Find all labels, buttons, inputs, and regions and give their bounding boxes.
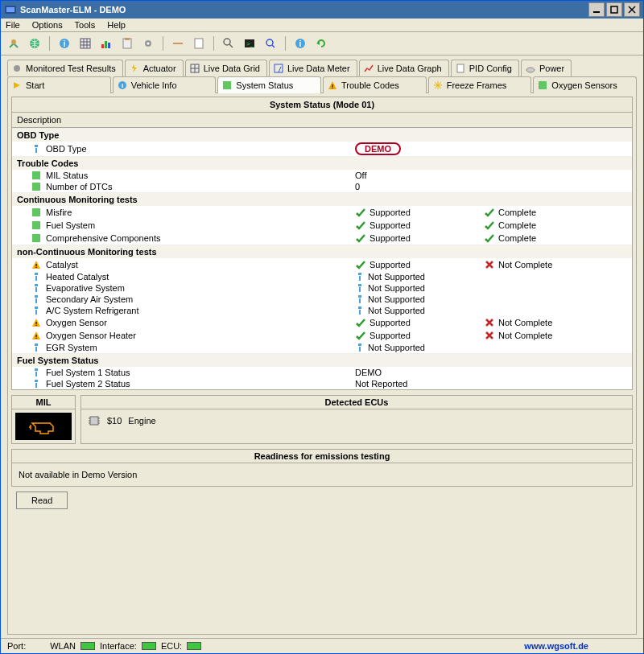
statusbar: Port: WLAN Interface: ECU: www.wgsoft.de [1, 638, 643, 653]
row-complete: Complete [498, 233, 536, 243]
green-icon [31, 182, 41, 191]
row-complete: Complete [498, 208, 536, 217]
svg-rect-55 [32, 171, 40, 179]
svg-rect-3 [611, 6, 617, 13]
svg-rect-74 [358, 295, 361, 298]
tab-monitored-test-results[interactable]: Monitored Test Results [7, 60, 123, 76]
check-icon [484, 220, 495, 231]
tab-system-status[interactable]: System Status [217, 76, 321, 93]
tab-label: Power [539, 64, 564, 73]
table-row: OBD TypeDEMO [12, 142, 632, 156]
info-icon[interactable]: i [56, 35, 72, 51]
svg-rect-72 [35, 295, 38, 298]
row-description: OBD Type [46, 144, 87, 154]
svg-rect-22 [173, 43, 183, 44]
svg-point-28 [266, 39, 273, 46]
tab-actuator[interactable]: Actuator [125, 60, 184, 76]
system-status-panel: System Status (Mode 01) Description OBD … [11, 97, 633, 390]
magnifier-icon[interactable] [262, 35, 279, 51]
svg-rect-79 [359, 310, 361, 315]
table-row: EGR SystemNot Supported [12, 342, 632, 353]
svg-rect-16 [105, 41, 107, 48]
grid-icon [189, 63, 200, 74]
tab-label: Vehicle Info [131, 80, 177, 90]
tab-live-data-meter[interactable]: Live Data Meter [269, 60, 357, 76]
clipboard-icon[interactable] [119, 35, 135, 51]
warn-icon: ! [31, 260, 41, 269]
close-button[interactable] [624, 2, 640, 17]
row-value: 0 [355, 182, 360, 191]
info-icon [31, 306, 41, 315]
svg-rect-67 [359, 276, 361, 281]
sensor-icon [537, 80, 548, 91]
tabs-row-1: Monitored Test Results Actuator Live Dat… [1, 56, 643, 76]
maximize-button[interactable] [606, 2, 622, 17]
tab-pid-config[interactable]: PID Config [451, 60, 519, 76]
status-icon [221, 80, 233, 91]
svg-rect-76 [35, 306, 38, 309]
menu-help[interactable]: Help [107, 20, 126, 30]
svg-rect-68 [35, 284, 38, 286]
bottom-row: MIL Detected ECUs $10 Engine [11, 395, 633, 444]
read-button[interactable]: Read [16, 492, 68, 509]
check-icon [355, 232, 366, 244]
app-icon [4, 3, 17, 16]
ecu-title: Detected ECUs [81, 396, 632, 409]
tab-label: Live Data Grid [204, 64, 260, 73]
table-row: !Oxygen SensorSupportedNot Complete [12, 316, 632, 329]
tab-power[interactable]: Power [521, 60, 572, 76]
globe-icon[interactable] [27, 35, 43, 51]
svg-rect-54 [35, 148, 37, 153]
chart-icon[interactable] [98, 35, 114, 51]
gear-icon[interactable] [140, 35, 156, 51]
row-supported: Supported [369, 233, 411, 243]
tab-start[interactable]: Start [7, 76, 111, 93]
search-icon[interactable] [221, 35, 237, 51]
website-link[interactable]: www.wgsoft.de [524, 641, 588, 651]
minimize-button[interactable] [588, 2, 605, 17]
info-icon [31, 368, 41, 377]
ecu-name: Engine [128, 416, 155, 426]
menu-file[interactable]: File [6, 20, 20, 30]
svg-rect-95 [35, 383, 37, 388]
svg-rect-92 [35, 368, 38, 371]
svg-rect-40 [457, 64, 464, 72]
row-supported: Supported [369, 318, 411, 327]
menu-options[interactable]: Options [32, 20, 63, 30]
terminal-icon[interactable]: >_ [242, 35, 258, 51]
svg-rect-89 [35, 347, 37, 352]
row-value: Off [355, 171, 366, 180]
row-supported: Not Supported [368, 283, 425, 293]
tab-live-data-grid[interactable]: Live Data Grid [185, 60, 267, 76]
about-icon[interactable]: i [292, 35, 308, 51]
svg-rect-10 [80, 39, 90, 48]
table-row: Fuel System 2 StatusNot Reported [12, 378, 632, 389]
svg-rect-17 [108, 43, 110, 48]
row-supported: Supported [369, 331, 411, 340]
tab-oxygen-sensors[interactable]: Oxygen Sensors [533, 76, 637, 93]
green-icon [31, 171, 41, 180]
row-supported: Not Supported [368, 294, 425, 304]
cross-icon [484, 317, 495, 328]
section-header: Trouble Codes [12, 156, 632, 170]
refresh-icon[interactable] [313, 35, 329, 51]
svg-rect-70 [358, 284, 361, 286]
doc-icon[interactable] [191, 35, 207, 51]
row-complete: Not Complete [498, 331, 552, 340]
tab-trouble-codes[interactable]: !Trouble Codes [323, 76, 427, 93]
tab-freeze-frames[interactable]: Freeze Frames [428, 76, 532, 93]
svg-rect-45 [223, 81, 231, 89]
svg-text:i: i [299, 39, 302, 48]
row-supported: Not Supported [368, 343, 425, 352]
svg-rect-53 [35, 145, 38, 147]
warn-icon: ! [31, 331, 41, 340]
tool-icon[interactable] [170, 35, 186, 51]
app-window: ScanMaster-ELM - DEMO File Options Tools… [0, 0, 644, 654]
connect-icon[interactable] [6, 35, 22, 51]
svg-rect-64 [35, 273, 38, 275]
tab-vehicle-info[interactable]: iVehicle Info [113, 76, 217, 93]
grid-icon[interactable] [77, 35, 93, 51]
svg-rect-91 [359, 347, 361, 352]
tab-live-data-graph[interactable]: Live Data Graph [359, 60, 449, 76]
menu-tools[interactable]: Tools [75, 20, 96, 30]
